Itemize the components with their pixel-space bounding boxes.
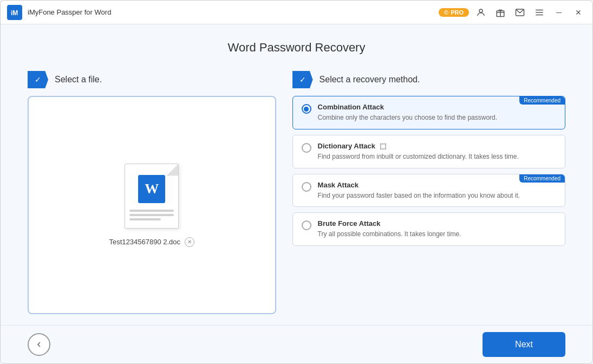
option-content-mask: Mask Attack Find your password faster ba… bbox=[318, 181, 556, 200]
app-title: iMyFone Passper for Word bbox=[28, 8, 439, 16]
doc-line-2 bbox=[129, 214, 174, 216]
file-name-row: Test1234567890 2.doc ✕ bbox=[109, 237, 195, 247]
step2-header: ✓ Select a recovery method. bbox=[292, 71, 565, 88]
left-panel: ✓ Select a file. W bbox=[28, 71, 276, 314]
file-name: Test1234567890 2.doc bbox=[109, 238, 181, 246]
right-panel: ✓ Select a recovery method. Recommended … bbox=[292, 71, 565, 314]
mail-icon[interactable] bbox=[512, 5, 527, 20]
option-content-brute: Brute Force Attack Try all possible comb… bbox=[318, 219, 556, 239]
remove-file-button[interactable]: ✕ bbox=[185, 237, 194, 247]
step1-header: ✓ Select a file. bbox=[28, 71, 276, 88]
step2-checkmark: ✓ bbox=[292, 71, 313, 88]
menu-icon[interactable] bbox=[532, 5, 547, 20]
titlebar: iM iMyFone Passper for Word © PRO bbox=[1, 1, 592, 24]
step1-label: Select a file. bbox=[55, 75, 102, 84]
step1-badge: ✓ bbox=[28, 71, 48, 88]
radio-dot-combination bbox=[304, 107, 309, 112]
step2-badge: ✓ bbox=[292, 71, 313, 88]
option-title-combination: Combination Attack bbox=[318, 103, 556, 111]
svg-text:iM: iM bbox=[11, 9, 18, 17]
word-w-badge: W bbox=[138, 175, 165, 203]
recommended-badge-combination: Recommended bbox=[519, 96, 565, 105]
file-drop-area[interactable]: W Test1234567890 2.doc ✕ bbox=[28, 96, 276, 314]
doc-line-1 bbox=[129, 210, 174, 212]
step1-checkmark: ✓ bbox=[28, 71, 48, 88]
word-doc-icon: W bbox=[125, 164, 179, 229]
close-button[interactable]: ✕ bbox=[571, 5, 586, 20]
next-button[interactable]: Next bbox=[483, 332, 565, 357]
option-desc-combination: Combine only the characters you choose t… bbox=[318, 113, 556, 122]
radio-dictionary[interactable] bbox=[302, 143, 311, 153]
back-button[interactable] bbox=[28, 333, 50, 356]
doc-lines bbox=[129, 210, 174, 223]
option-mask[interactable]: Recommended Mask Attack Find your passwo… bbox=[292, 174, 565, 207]
svg-point-2 bbox=[479, 9, 483, 12]
recommended-badge-mask: Recommended bbox=[519, 174, 565, 183]
option-content-combination: Combination Attack Combine only the char… bbox=[318, 103, 556, 122]
pro-icon: © bbox=[444, 9, 448, 16]
doc-line-3 bbox=[129, 218, 160, 220]
doc-page: W bbox=[125, 164, 179, 229]
radio-combination[interactable] bbox=[302, 104, 311, 114]
dictionary-icon: ⬚ bbox=[380, 142, 386, 150]
option-desc-brute: Try all possible combinations. It takes … bbox=[318, 230, 556, 239]
titlebar-actions: © PRO ─ ✕ bbox=[439, 5, 586, 20]
gift-icon[interactable] bbox=[493, 5, 508, 20]
content-area: ✓ Select a file. W bbox=[28, 71, 565, 314]
pro-label: PRO bbox=[451, 9, 464, 16]
doc-corner bbox=[166, 164, 178, 176]
option-brute[interactable]: Brute Force Attack Try all possible comb… bbox=[292, 212, 565, 246]
page-title: Word Password Recovery bbox=[228, 41, 366, 55]
option-content-dictionary: Dictionary Attack ⬚ Find password from i… bbox=[318, 142, 556, 161]
pro-badge[interactable]: © PRO bbox=[439, 8, 469, 17]
option-combination[interactable]: Recommended Combination Attack Combine o… bbox=[292, 96, 565, 129]
bottom-bar: Next bbox=[1, 325, 592, 363]
option-title-brute: Brute Force Attack bbox=[318, 219, 556, 227]
radio-brute[interactable] bbox=[302, 220, 311, 230]
option-title-dictionary: Dictionary Attack ⬚ bbox=[318, 142, 556, 150]
option-dictionary[interactable]: Dictionary Attack ⬚ Find password from i… bbox=[292, 135, 565, 168]
user-icon[interactable] bbox=[473, 5, 488, 20]
step2-label: Select a recovery method. bbox=[320, 75, 420, 84]
main-content: Word Password Recovery ✓ Select a file. … bbox=[1, 24, 592, 325]
recovery-options: Recommended Combination Attack Combine o… bbox=[292, 96, 565, 314]
option-desc-dictionary: Find password from inbuilt or customized… bbox=[318, 152, 556, 161]
minimize-button[interactable]: ─ bbox=[551, 5, 566, 20]
option-desc-mask: Find your password faster based on the i… bbox=[318, 191, 556, 200]
radio-mask[interactable] bbox=[302, 182, 311, 192]
app-logo: iM bbox=[7, 5, 22, 20]
